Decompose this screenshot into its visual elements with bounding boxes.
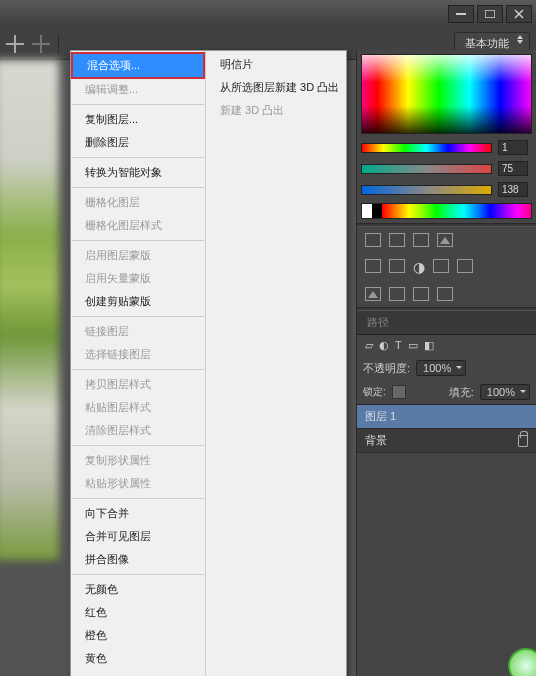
menu-item: 选择链接图层 [71,343,205,366]
menu-item: 启用矢量蒙版 [71,267,205,290]
menu-item[interactable]: 混合选项... [71,52,205,79]
color-picker[interactable] [361,54,532,134]
menu-separator [72,574,204,575]
menu-item: 编辑调整... [71,78,205,101]
window-titlebar [0,0,536,28]
menu-separator [72,187,204,188]
menu-item: 粘贴形状属性 [71,472,205,495]
layer-row[interactable]: 背景 [357,429,536,453]
lock-icon [518,435,528,447]
bw-icon[interactable] [433,259,449,273]
svg-rect-1 [485,10,495,18]
menu-item[interactable]: 复制图层... [71,108,205,131]
lab-l-value[interactable]: 1 [498,140,528,155]
opacity-dropdown[interactable]: 100% [416,360,466,376]
menu-item[interactable]: 橙色 [71,624,205,647]
menu-item[interactable]: 黄色 [71,647,205,670]
context-menu-column-2: 明信片从所选图层新建 3D 凸出新建 3D 凸出 [206,51,346,676]
blend-opacity-row: 不透明度: 100% [357,356,536,380]
lab-b-slider[interactable]: 138 [357,180,536,199]
menu-item: 启用图层蒙版 [71,244,205,267]
menu-separator [72,369,204,370]
lab-a-value[interactable]: 75 [498,161,528,176]
invert-icon[interactable] [365,287,381,301]
menu-item[interactable]: 合并可见图层 [71,525,205,548]
menu-separator [72,157,204,158]
layer-filter-row: ▱ ◐ T ▭ ◧ [357,335,536,356]
menu-separator [72,498,204,499]
layer-name: 图层 1 [365,409,396,424]
fill-label: 填充: [449,385,474,400]
menu-separator [72,445,204,446]
adjustments-row-1 [357,227,536,253]
gradient-map-icon[interactable] [437,287,453,301]
photo-filter-icon[interactable] [457,259,473,273]
posterize-icon[interactable] [389,287,405,301]
menu-item: 链接图层 [71,320,205,343]
lab-a-slider[interactable]: 75 [357,159,536,178]
filter-type-icon[interactable]: T [395,339,402,352]
menu-item: 清除图层样式 [71,419,205,442]
menu-item[interactable]: 向下合并 [71,502,205,525]
layer-row[interactable]: 图层 1 [357,405,536,429]
menu-item[interactable]: 无颜色 [71,578,205,601]
menu-item[interactable]: 红色 [71,601,205,624]
menu-item[interactable]: 删除图层 [71,131,205,154]
adjustments-row-3 [357,281,536,307]
lock-transparency-icon[interactable] [392,385,406,399]
lock-fill-row: 锁定: 填充: 100% [357,380,536,404]
tab-paths[interactable]: 路径 [357,311,399,334]
maximize-button[interactable] [477,5,503,23]
layers-list: 图层 1 背景 [357,404,536,453]
filter-smart-icon[interactable]: ◧ [424,339,434,352]
menu-item: 粘贴图层样式 [71,396,205,419]
layers-panel-tabs: 路径 [357,311,536,335]
menu-separator [72,316,204,317]
hue-sat-icon[interactable] [389,259,405,273]
close-button[interactable] [506,5,532,23]
menu-item: 新建 3D 凸出 [206,99,346,122]
filter-pixel-icon[interactable]: ▱ [365,339,373,352]
menu-separator [72,240,204,241]
swatches-strip[interactable] [361,203,532,219]
filter-shape-icon[interactable]: ▭ [408,339,418,352]
levels-icon[interactable] [389,233,405,247]
exposure-icon[interactable] [437,233,453,247]
lab-b-value[interactable]: 138 [498,182,528,197]
layer-name: 背景 [365,433,387,448]
document-canvas[interactable] [0,60,59,560]
layer-context-menu: 混合选项...编辑调整...复制图层...删除图层转换为智能对象栅格化图层栅格化… [70,50,347,676]
curves-icon[interactable] [413,233,429,247]
menu-item[interactable]: 绿色 [71,670,205,676]
brightness-icon[interactable] [365,233,381,247]
adjustments-row-2: ◑ [357,253,536,281]
menu-item[interactable]: 明信片 [206,53,346,76]
color-balance-icon[interactable]: ◑ [413,259,425,275]
minimize-button[interactable] [448,5,474,23]
workspace-label: 基本功能 [465,37,509,49]
vibrance-icon[interactable] [365,259,381,273]
opacity-label: 不透明度: [363,361,410,376]
lab-l-slider[interactable]: 1 [357,138,536,157]
fill-dropdown[interactable]: 100% [480,384,530,400]
context-menu-column-1: 混合选项...编辑调整...复制图层...删除图层转换为智能对象栅格化图层栅格化… [71,51,206,676]
menu-separator [72,104,204,105]
menu-item: 栅格化图层样式 [71,214,205,237]
menu-item[interactable]: 转换为智能对象 [71,161,205,184]
menu-item[interactable]: 从所选图层新建 3D 凸出 [206,76,346,99]
menu-item: 复制形状属性 [71,449,205,472]
menu-item[interactable]: 拼合图像 [71,548,205,571]
threshold-icon[interactable] [413,287,429,301]
menu-item: 拷贝图层样式 [71,373,205,396]
lock-label: 锁定: [363,385,386,399]
svg-rect-0 [456,13,466,15]
canvas-area [0,50,70,676]
filter-adjust-icon[interactable]: ◐ [379,339,389,352]
menu-item[interactable]: 创建剪贴蒙版 [71,290,205,313]
menu-item: 栅格化图层 [71,191,205,214]
